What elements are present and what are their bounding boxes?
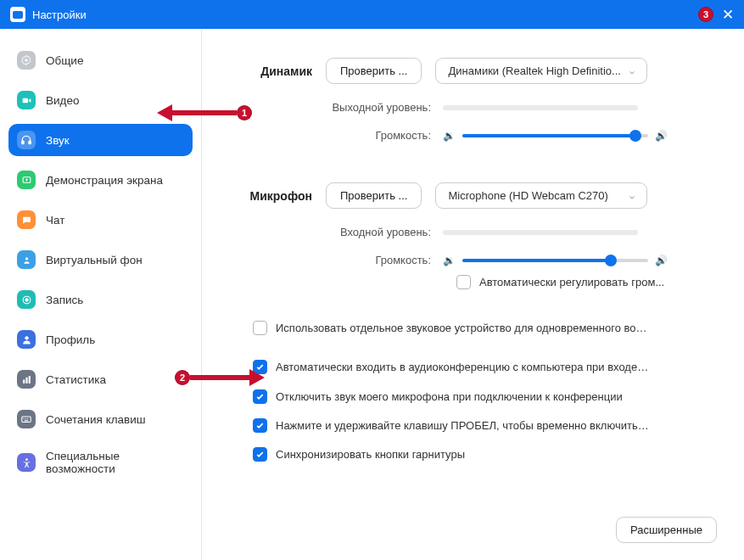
- sidebar-item-profile[interactable]: Профиль: [8, 323, 193, 356]
- sidebar-item-accessibility[interactable]: Специальные возможности: [8, 443, 193, 482]
- keyboard-icon: [17, 410, 36, 428]
- svg-rect-1: [22, 98, 28, 102]
- svg-point-17: [25, 458, 28, 461]
- sidebar-item-record[interactable]: Запись: [8, 283, 193, 316]
- content-area: Общие Видео Звук Демонстрация экрана Чат: [0, 29, 744, 560]
- auto-adjust-label: Автоматически регулировать гром...: [479, 275, 664, 290]
- svg-point-5: [25, 257, 27, 260]
- checkbox-row-space-unmute: Нажмите и удерживайте клавишу ПРОБЕЛ, чт…: [236, 418, 720, 434]
- close-icon[interactable]: ✕: [722, 8, 734, 22]
- main-panel: Динамик Проверить ... Динамики (Realtek …: [202, 29, 744, 560]
- checkbox-row-sync-headset: Синхронизировать кнопки гарнитуры: [236, 447, 720, 462]
- titlebar-left: Настройки: [10, 7, 87, 22]
- svg-rect-16: [25, 420, 29, 421]
- sidebar-item-label: Видео: [46, 94, 79, 107]
- sidebar-item-label: Демонстрация экрана: [46, 174, 163, 187]
- svg-point-0: [25, 59, 28, 62]
- app-icon: [10, 7, 25, 22]
- auto-adjust-checkbox[interactable]: [456, 275, 471, 289]
- speaker-device-dropdown[interactable]: Динамики (Realtek High Definitio... ⌵: [435, 58, 647, 84]
- volume-high-icon: 🔊: [655, 255, 668, 266]
- svg-point-13: [24, 418, 25, 419]
- titlebar-right: 3 ✕: [698, 7, 734, 22]
- microphone-device-value: Microphone (HD Webcam C270): [448, 189, 607, 202]
- sync-headset-checkbox[interactable]: [253, 447, 267, 462]
- mute-mic-checkbox[interactable]: [253, 389, 267, 404]
- checkbox-label: Автоматически входить в аудиоконференцию…: [276, 360, 649, 375]
- svg-rect-9: [23, 379, 25, 383]
- auto-adjust-row: Автоматически регулировать гром...: [236, 275, 720, 290]
- speaker-volume-label: Громкость:: [312, 129, 431, 142]
- sidebar-item-label: Чат: [46, 214, 64, 227]
- checkbox-label: Синхронизировать кнопки гарнитуры: [276, 447, 465, 462]
- speaker-row: Динамик Проверить ... Динамики (Realtek …: [236, 58, 720, 84]
- microphone-row: Микрофон Проверить ... Microphone (HD We…: [236, 182, 720, 209]
- svg-rect-10: [25, 377, 27, 383]
- microphone-device-dropdown[interactable]: Microphone (HD Webcam C270) ⌵: [435, 182, 647, 209]
- sidebar-item-label: Виртуальный фон: [46, 254, 143, 266]
- chevron-down-icon: ⌵: [629, 66, 635, 76]
- speaker-label: Динамик: [236, 64, 312, 78]
- checkbox-label: Отключить звук моего микрофона при подкл…: [276, 389, 623, 405]
- profile-icon: [17, 330, 36, 349]
- sidebar-item-virtual-bg[interactable]: Виртуальный фон: [8, 244, 193, 276]
- microphone-volume-slider[interactable]: [462, 259, 648, 262]
- svg-rect-3: [29, 141, 31, 144]
- svg-rect-12: [22, 417, 31, 422]
- speaker-volume-row: Громкость: 🔉 🔊: [236, 129, 720, 142]
- speaker-volume-slider[interactable]: [462, 134, 648, 137]
- auto-join-checkbox[interactable]: [253, 360, 267, 374]
- test-microphone-button[interactable]: Проверить ...: [326, 182, 422, 209]
- annotation-badge-3: 3: [698, 7, 713, 22]
- screen-share-icon: [17, 171, 36, 189]
- titlebar: Настройки 3 ✕: [0, 0, 744, 29]
- general-icon: [17, 51, 36, 70]
- microphone-input-level-row: Входной уровень:: [236, 226, 720, 238]
- input-level-meter: [443, 230, 638, 235]
- sidebar-item-keyboard[interactable]: Сочетания клавиш: [8, 403, 193, 435]
- input-level-label: Входной уровень:: [312, 226, 431, 238]
- sidebar-item-label: Профиль: [46, 333, 95, 346]
- sidebar-item-screen-share[interactable]: Демонстрация экрана: [8, 164, 193, 196]
- checkbox-label: Использовать отдельное звуковое устройст…: [276, 321, 649, 336]
- window-title: Настройки: [32, 8, 87, 21]
- volume-low-icon: 🔉: [443, 255, 456, 266]
- svg-point-15: [27, 418, 28, 419]
- space-unmute-checkbox[interactable]: [253, 418, 267, 433]
- svg-rect-2: [22, 141, 24, 144]
- checkbox-label: Нажмите и удерживайте клавишу ПРОБЕЛ, чт…: [276, 418, 649, 434]
- svg-rect-11: [28, 376, 30, 384]
- sidebar-item-general[interactable]: Общие: [8, 44, 193, 76]
- separate-device-checkbox[interactable]: [253, 321, 267, 335]
- headphones-icon: [17, 131, 36, 149]
- sidebar-item-label: Статистика: [46, 373, 106, 386]
- virtual-bg-icon: [17, 250, 36, 269]
- output-level-label: Выходной уровень:: [312, 101, 431, 114]
- video-icon: [17, 91, 36, 109]
- sidebar-item-video[interactable]: Видео: [8, 84, 193, 116]
- microphone-volume-label: Громкость:: [312, 254, 431, 266]
- sidebar-item-label: Специальные возможности: [46, 450, 184, 475]
- test-speaker-button[interactable]: Проверить ...: [326, 58, 422, 84]
- sidebar-item-label: Запись: [46, 294, 83, 306]
- sidebar-item-label: Звук: [46, 134, 70, 147]
- sidebar-item-audio[interactable]: Звук: [8, 124, 193, 156]
- sidebar-item-chat[interactable]: Чат: [8, 204, 193, 236]
- chat-icon: [17, 210, 36, 229]
- volume-high-icon: 🔊: [655, 130, 668, 142]
- sidebar-item-label: Сочетания клавиш: [46, 413, 146, 426]
- speaker-output-level-row: Выходной уровень:: [236, 101, 720, 114]
- accessibility-icon: [17, 453, 36, 472]
- microphone-volume-row: Громкость: 🔉 🔊: [236, 254, 720, 266]
- volume-low-icon: 🔉: [443, 130, 456, 142]
- record-icon: [17, 290, 36, 309]
- svg-point-14: [25, 418, 26, 419]
- microphone-label: Микрофон: [236, 189, 312, 203]
- checkbox-row-mute-mic: Отключить звук моего микрофона при подкл…: [236, 389, 720, 405]
- svg-point-7: [25, 298, 28, 301]
- output-level-meter: [443, 105, 638, 110]
- sidebar-item-stats[interactable]: Статистика: [8, 363, 193, 395]
- advanced-button[interactable]: Расширенные: [616, 517, 717, 543]
- checkbox-row-separate-device: Использовать отдельное звуковое устройст…: [236, 321, 720, 336]
- svg-point-8: [25, 336, 28, 339]
